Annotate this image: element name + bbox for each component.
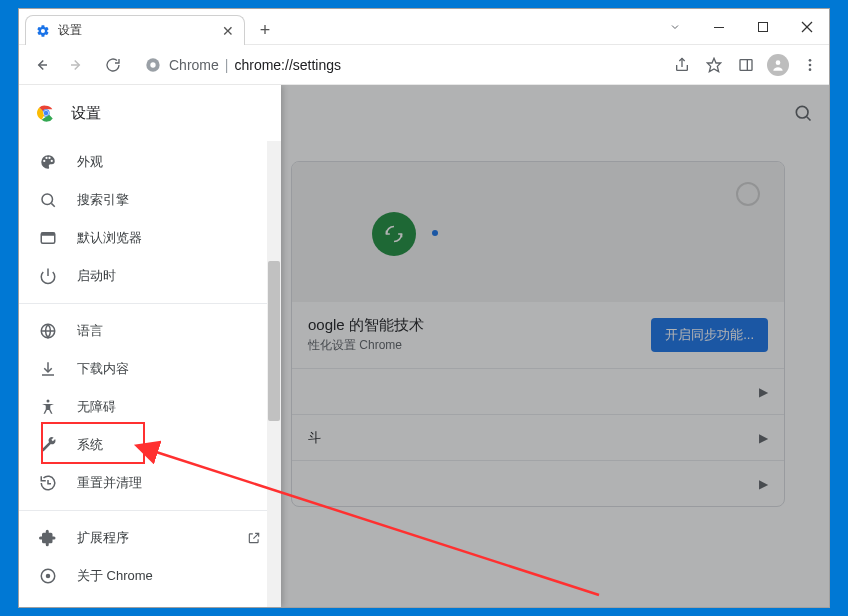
svg-point-30 xyxy=(47,400,50,403)
sidebar-title: 设置 xyxy=(71,104,101,123)
sidebar-item-label: 语言 xyxy=(77,322,103,340)
content-area: oogle 的智能技术 性化设置 Chrome 开启同步功能... ▶ 斗▶ ▶ xyxy=(19,85,829,607)
forward-button[interactable] xyxy=(63,51,91,79)
window-controls xyxy=(653,9,829,45)
toolbar: Chrome | chrome://settings xyxy=(19,45,829,85)
sidebar-item-label: 外观 xyxy=(77,153,103,171)
svg-marker-9 xyxy=(707,58,720,71)
svg-rect-0 xyxy=(714,27,724,28)
sidebar-item-label: 扩展程序 xyxy=(77,529,129,547)
sidebar-item-language[interactable]: 语言 xyxy=(19,312,281,350)
svg-point-20 xyxy=(44,111,49,116)
svg-point-13 xyxy=(809,59,812,62)
sidebar-item-reset[interactable]: 重置并清理 xyxy=(19,464,281,502)
accessibility-icon xyxy=(39,398,57,416)
sidebar-item-label: 默认浏览器 xyxy=(77,229,142,247)
extension-icon xyxy=(39,529,57,547)
sidebar-list[interactable]: 外观 搜索引擎 默认浏览器 启动时 语言 xyxy=(19,141,281,607)
svg-rect-1 xyxy=(759,23,768,32)
svg-line-22 xyxy=(51,203,54,206)
sidebar-item-label: 重置并清理 xyxy=(77,474,142,492)
profile-avatar[interactable] xyxy=(767,54,789,76)
sidebar-item-label: 系统 xyxy=(77,436,103,454)
sidebar-item-search[interactable]: 搜索引擎 xyxy=(19,181,281,219)
sidebar-item-appearance[interactable]: 外观 xyxy=(19,143,281,181)
sidebar-item-downloads[interactable]: 下载内容 xyxy=(19,350,281,388)
maximize-button[interactable] xyxy=(741,9,785,45)
minimize-button[interactable] xyxy=(697,9,741,45)
svg-point-21 xyxy=(42,194,53,205)
sidebar-item-label: 无障碍 xyxy=(77,398,116,416)
sidebar-item-accessibility[interactable]: 无障碍 xyxy=(19,388,281,426)
browser-window: 设置 ✕ + Chrome | chrome://settings xyxy=(18,8,830,608)
browser-icon xyxy=(39,229,57,247)
bookmark-icon[interactable] xyxy=(703,54,725,76)
tab-title: 设置 xyxy=(58,22,82,39)
back-button[interactable] xyxy=(27,51,55,79)
sidebar-header: 设置 xyxy=(19,85,281,141)
svg-point-33 xyxy=(46,574,51,579)
sidebar-item-extensions[interactable]: 扩展程序 xyxy=(19,519,281,557)
browser-tab[interactable]: 设置 ✕ xyxy=(25,15,245,45)
settings-sidebar: 设置 外观 搜索引擎 默认浏览器 启动时 xyxy=(19,85,281,607)
close-tab-icon[interactable]: ✕ xyxy=(222,23,234,39)
new-tab-button[interactable]: + xyxy=(251,16,279,44)
titlebar: 设置 ✕ + xyxy=(19,9,829,45)
external-link-icon xyxy=(247,531,261,545)
chrome-icon xyxy=(145,57,161,73)
svg-point-12 xyxy=(776,60,781,65)
address-separator: | xyxy=(225,57,229,73)
gear-icon xyxy=(36,24,50,38)
reload-button[interactable] xyxy=(99,51,127,79)
address-prefix: Chrome xyxy=(169,57,219,73)
chrome-logo-icon xyxy=(35,102,57,124)
sidebar-item-startup[interactable]: 启动时 xyxy=(19,257,281,295)
menu-icon[interactable] xyxy=(799,54,821,76)
svg-point-14 xyxy=(809,63,812,66)
power-icon xyxy=(39,267,57,285)
sidepanel-icon[interactable] xyxy=(735,54,757,76)
sidebar-scrollbar[interactable] xyxy=(267,141,281,607)
palette-icon xyxy=(39,153,57,171)
svg-line-31 xyxy=(253,533,258,538)
toolbar-right-icons xyxy=(671,54,821,76)
search-icon xyxy=(39,191,57,209)
sidebar-item-system[interactable]: 系统 xyxy=(19,426,281,464)
restore-icon xyxy=(39,474,57,492)
svg-point-7 xyxy=(150,62,155,67)
wrench-icon xyxy=(39,436,57,454)
globe-icon xyxy=(39,322,57,340)
download-icon xyxy=(39,360,57,378)
chevron-down-icon[interactable] xyxy=(653,9,697,45)
sidebar-divider xyxy=(19,303,281,304)
sidebar-item-label: 关于 Chrome xyxy=(77,567,153,585)
sidebar-item-label: 搜索引擎 xyxy=(77,191,129,209)
sidebar-item-default-browser[interactable]: 默认浏览器 xyxy=(19,219,281,257)
sidebar-item-label: 下载内容 xyxy=(77,360,129,378)
svg-point-15 xyxy=(809,68,812,71)
sidebar-item-label: 启动时 xyxy=(77,267,116,285)
svg-rect-24 xyxy=(41,233,55,236)
sidebar-divider xyxy=(19,510,281,511)
address-url: chrome://settings xyxy=(234,57,341,73)
scroll-thumb[interactable] xyxy=(268,261,280,421)
address-bar[interactable]: Chrome | chrome://settings xyxy=(135,50,663,80)
share-icon[interactable] xyxy=(671,54,693,76)
close-window-button[interactable] xyxy=(785,9,829,45)
svg-rect-10 xyxy=(740,59,752,70)
sidebar-item-about[interactable]: 关于 Chrome xyxy=(19,557,281,595)
chrome-icon xyxy=(39,567,57,585)
